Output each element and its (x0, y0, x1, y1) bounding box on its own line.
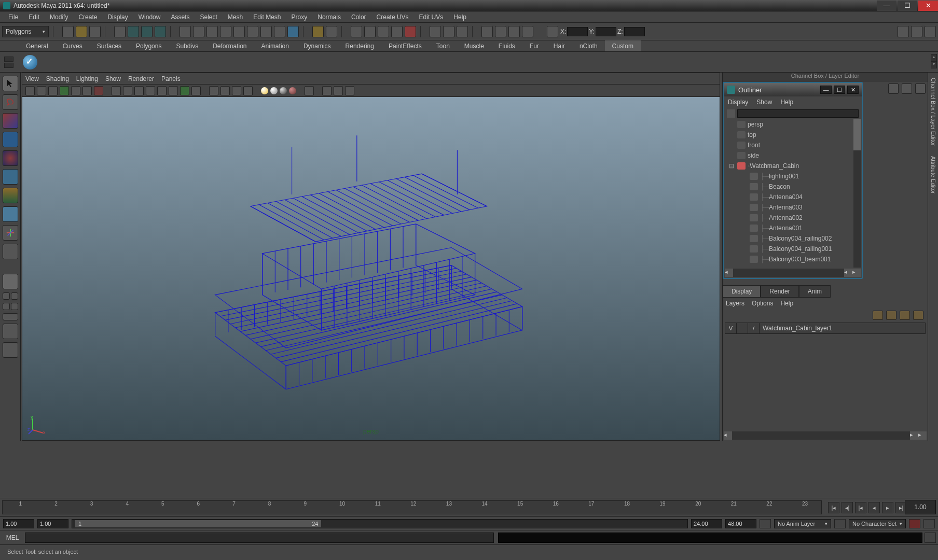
channel-icon-1[interactable] (888, 83, 899, 94)
outliner-titlebar[interactable]: Outliner — ☐ ✕ (724, 83, 862, 96)
four-view-layout[interactable] (3, 292, 10, 300)
move-tool[interactable] (3, 132, 18, 147)
two-stacked-layout[interactable] (3, 303, 10, 310)
close-button[interactable]: ✕ (918, 1, 938, 11)
new-scene-button[interactable] (62, 26, 74, 37)
help-icon[interactable] (287, 26, 299, 37)
vp-isolate-icon[interactable] (243, 86, 253, 95)
menu-file[interactable]: File (3, 13, 23, 21)
vp-menu-shading[interactable]: Shading (46, 75, 69, 82)
render-settings-button[interactable] (378, 26, 389, 37)
outliner-item[interactable]: ├─ Balcony004_railing002 (725, 233, 861, 244)
vp-field-chart-icon[interactable] (94, 86, 103, 95)
vp-gate-mask-icon[interactable] (82, 86, 92, 95)
vp-isolate-select-icon[interactable] (322, 86, 332, 95)
outliner-item[interactable]: ├─ Antenna003 (725, 202, 861, 213)
outliner-item[interactable]: ├─ lighting001 (725, 171, 861, 181)
anim-layer-dropdown[interactable]: No Anim Layer (774, 519, 831, 528)
layer-tab-anim[interactable]: Anim (799, 285, 831, 298)
shelf-tab-curves[interactable]: Curves (56, 41, 90, 51)
snap-magnet-button[interactable] (274, 26, 285, 37)
graph-editor-button[interactable] (522, 26, 533, 37)
menu-edit[interactable]: Edit (23, 13, 45, 21)
minimize-button[interactable]: — (877, 1, 896, 11)
script-editor-button[interactable] (925, 533, 936, 543)
vp-menu-view[interactable]: View (25, 75, 39, 82)
shelf-scroll[interactable]: ▴▾ (931, 54, 937, 68)
shelf-tab-rendering[interactable]: Rendering (338, 41, 381, 51)
persp-outliner-layout[interactable] (3, 313, 18, 320)
z-input[interactable] (624, 27, 645, 36)
outliner-menu-display[interactable]: Display (728, 99, 748, 106)
layout-four-button[interactable] (443, 26, 454, 37)
outliner-item[interactable]: front (725, 140, 861, 150)
soft-mod-tool[interactable] (3, 206, 18, 222)
menu-proxy[interactable]: Proxy (286, 13, 313, 21)
lasso-tool[interactable] (3, 94, 18, 110)
snap-grid-button[interactable] (180, 26, 191, 37)
layer-row[interactable]: V / Watchman_Cabin_layer1 (725, 323, 926, 334)
light-flat-icon[interactable] (289, 87, 296, 94)
outliner-item[interactable]: ⊟◦ Watchman_Cabin (725, 161, 861, 171)
attribute-editor-toggle[interactable] (925, 26, 936, 37)
outliner-max[interactable]: ☐ (834, 86, 845, 94)
undo-button[interactable] (114, 26, 126, 37)
vp-bookmark-icon[interactable] (37, 86, 46, 95)
outliner-min[interactable]: — (820, 86, 832, 94)
menu-mesh[interactable]: Mesh (223, 13, 248, 21)
shelf-tab-custom[interactable]: Custom (605, 40, 641, 51)
vp-textured-icon[interactable] (180, 86, 189, 95)
go-start-button[interactable]: |◂ (828, 502, 839, 513)
rotate-tool[interactable] (3, 150, 18, 166)
hscroll-right-a[interactable]: ◂ (844, 269, 852, 277)
vp-renderer-icon[interactable] (305, 86, 314, 95)
layer-type[interactable] (737, 323, 748, 333)
layout-single-button[interactable] (430, 26, 441, 37)
layer-scroll-end[interactable]: ▸ (918, 431, 927, 440)
outliner-list[interactable]: persp top front side⊟◦ Watchman_Cabin├─ … (725, 119, 861, 268)
two-side-layout[interactable] (11, 292, 18, 300)
layer-menu-layers[interactable]: Layers (726, 300, 744, 307)
light-selected-icon[interactable] (280, 87, 287, 94)
range-start-outer[interactable] (3, 519, 34, 528)
snap-view-button[interactable] (260, 26, 272, 37)
layer-menu-options[interactable]: Options (752, 300, 773, 307)
vp-xray-icon[interactable] (232, 86, 241, 95)
shelf-tab-fur[interactable]: Fur (522, 41, 546, 51)
tab-channel-box[interactable]: Channel Box / Layer Editor (929, 73, 937, 151)
menu-normals[interactable]: Normals (312, 13, 346, 21)
history-button[interactable] (312, 26, 324, 37)
range-menu-button[interactable] (760, 519, 771, 528)
hscroll-right-b[interactable]: ▸ (852, 269, 861, 277)
layer-ref[interactable]: / (748, 323, 760, 333)
mel-input[interactable] (25, 533, 494, 543)
outliner-item[interactable]: side (725, 150, 861, 161)
shelf-large[interactable] (4, 63, 13, 68)
vp-light-icon[interactable] (191, 86, 201, 95)
play-forward-button[interactable]: ▸ (882, 502, 893, 513)
layer-tab-display[interactable]: Display (723, 285, 761, 298)
vp-grid-icon[interactable] (112, 86, 121, 95)
shelf-tab-ncloth[interactable]: nCloth (572, 41, 605, 51)
shelf-tab-general[interactable]: General (19, 41, 56, 51)
outliner-item[interactable]: ├─ Antenna001 (725, 223, 861, 233)
construction-history-button[interactable] (326, 26, 337, 37)
hypershade-button[interactable] (481, 26, 493, 37)
hypershade-layout[interactable] (3, 342, 18, 358)
vp-menu-panels[interactable]: Panels (161, 75, 181, 82)
visor-button[interactable] (495, 26, 506, 37)
input-mode-button[interactable] (547, 26, 558, 37)
shelf-tab-toon[interactable]: Toon (429, 41, 457, 51)
light-all-icon[interactable] (270, 87, 278, 94)
outliner-menu-help[interactable]: Help (780, 99, 793, 106)
range-start-inner[interactable] (37, 519, 68, 528)
outliner-item[interactable]: ├─ Balcony004_railing001 (725, 244, 861, 254)
vp-hq-icon[interactable] (220, 86, 230, 95)
shelf-tab-hair[interactable]: Hair (546, 41, 572, 51)
shelf-tab-deformation[interactable]: Deformation (205, 41, 254, 51)
vp-menu-lighting[interactable]: Lighting (76, 75, 98, 82)
vp-safe-action-icon[interactable] (134, 86, 144, 95)
outliner-item[interactable]: top (725, 130, 861, 140)
menu-create[interactable]: Create (73, 13, 102, 21)
persp-graph-layout[interactable] (3, 324, 18, 339)
